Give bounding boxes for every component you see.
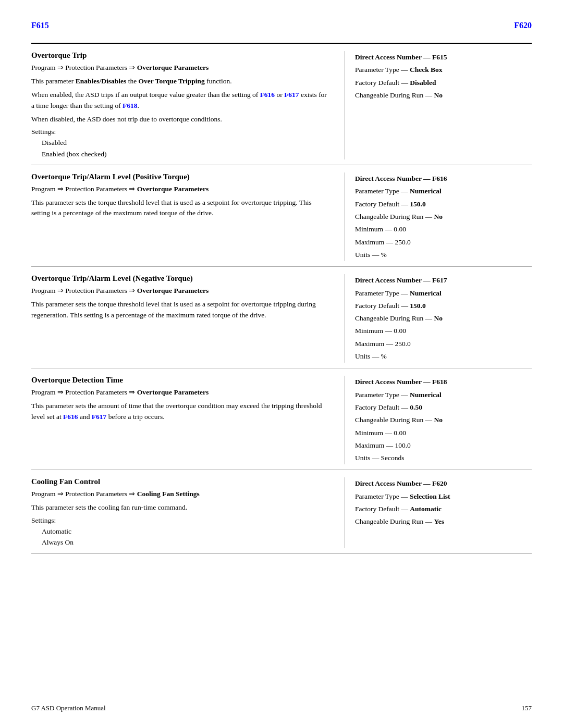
param-type-overtorque-detection-time: Parameter Type — Numerical [355, 389, 532, 401]
extra-overtorque-trip-positive-2: Units — % [355, 249, 532, 261]
section-title-overtorque-trip-positive: Overtorque Trip/Alarm Level (Positive To… [31, 172, 328, 181]
settings-item-cooling-fan-control-0: Automatic [42, 526, 328, 537]
param-type-overtorque-trip: Parameter Type — Check Box [355, 64, 532, 76]
section-path-overtorque-trip: Program ⇒ Protection Parameters ⇒ Overto… [31, 63, 328, 72]
changeable-overtorque-trip-negative: Changeable During Run — No [355, 312, 532, 325]
section-overtorque-trip: Overtorque TripProgram ⇒ Protection Para… [31, 44, 532, 165]
section-right-overtorque-trip-negative: Direct Access Number — F617Parameter Typ… [344, 274, 532, 363]
extra-overtorque-trip-positive-1: Maximum — 250.0 [355, 236, 532, 249]
direct-access-overtorque-detection-time: Direct Access Number — F618 [355, 376, 532, 388]
section-title-overtorque-trip-negative: Overtorque Trip/Alarm Level (Negative To… [31, 274, 328, 283]
factory-default-overtorque-trip-positive: Factory Default — 150.0 [355, 198, 532, 211]
section-path-overtorque-trip-positive: Program ⇒ Protection Parameters ⇒ Overto… [31, 184, 328, 193]
settings-item-cooling-fan-control-1: Always On [42, 537, 328, 548]
footer-right: 157 [522, 704, 532, 712]
section-right-cooling-fan-control: Direct Access Number — F620Parameter Typ… [344, 477, 532, 548]
section-left-overtorque-detection-time: Overtorque Detection TimeProgram ⇒ Prote… [31, 376, 344, 464]
changeable-overtorque-trip-positive: Changeable During Run — No [355, 211, 532, 223]
sections-container: Overtorque TripProgram ⇒ Protection Para… [31, 44, 532, 554]
body1-cooling-fan-control: This parameter sets the cooling fan run-… [31, 502, 328, 513]
extra-overtorque-trip-negative-1: Maximum — 250.0 [355, 338, 532, 350]
body3-overtorque-trip: When disabled, the ASD does not trip due… [31, 114, 328, 125]
section-left-overtorque-trip-negative: Overtorque Trip/Alarm Level (Negative To… [31, 274, 344, 363]
direct-access-cooling-fan-control: Direct Access Number — F620 [355, 477, 532, 490]
section-path-overtorque-trip-negative: Program ⇒ Protection Parameters ⇒ Overto… [31, 286, 328, 295]
extra-overtorque-trip-negative-0: Minimum — 0.00 [355, 325, 532, 337]
factory-default-cooling-fan-control: Factory Default — Automatic [355, 503, 532, 515]
header-right: F620 [514, 21, 532, 30]
body2-overtorque-trip: When enabled, the ASD trips if an output… [31, 90, 328, 111]
extra-overtorque-detection-time-1: Maximum — 100.0 [355, 439, 532, 452]
section-left-overtorque-trip: Overtorque TripProgram ⇒ Protection Para… [31, 51, 344, 159]
section-title-cooling-fan-control: Cooling Fan Control [31, 477, 328, 486]
section-overtorque-trip-positive: Overtorque Trip/Alarm Level (Positive To… [31, 165, 532, 267]
param-type-overtorque-trip-negative: Parameter Type — Numerical [355, 287, 532, 300]
section-path-overtorque-detection-time: Program ⇒ Protection Parameters ⇒ Overto… [31, 388, 328, 397]
section-right-overtorque-trip-positive: Direct Access Number — F616Parameter Typ… [344, 172, 532, 261]
extra-overtorque-trip-positive-0: Minimum — 0.00 [355, 223, 532, 236]
section-overtorque-trip-negative: Overtorque Trip/Alarm Level (Negative To… [31, 267, 532, 368]
header-left: F615 [31, 21, 49, 30]
extra-overtorque-detection-time-2: Units — Seconds [355, 452, 532, 464]
body1-overtorque-trip-positive: This parameter sets the torque threshold… [31, 198, 328, 219]
direct-access-overtorque-trip: Direct Access Number — F615 [355, 51, 532, 64]
factory-default-overtorque-detection-time: Factory Default — 0.50 [355, 401, 532, 414]
factory-default-overtorque-trip: Factory Default — Disabled [355, 77, 532, 89]
body1-overtorque-trip: This parameter Enables/Disables the Over… [31, 76, 328, 87]
param-type-overtorque-trip-positive: Parameter Type — Numerical [355, 185, 532, 198]
param-type-cooling-fan-control: Parameter Type — Selection List [355, 490, 532, 503]
extra-overtorque-trip-negative-2: Units — % [355, 350, 532, 363]
extra-overtorque-detection-time-0: Minimum — 0.00 [355, 427, 532, 439]
section-overtorque-detection-time: Overtorque Detection TimeProgram ⇒ Prote… [31, 368, 532, 470]
settings-label-overtorque-trip: Settings: [31, 128, 328, 136]
section-title-overtorque-trip: Overtorque Trip [31, 51, 328, 60]
changeable-overtorque-detection-time: Changeable During Run — No [355, 414, 532, 426]
direct-access-overtorque-trip-negative: Direct Access Number — F617 [355, 274, 532, 287]
body1-overtorque-detection-time: This parameter sets the amount of time t… [31, 401, 328, 422]
settings-label-cooling-fan-control: Settings: [31, 516, 328, 525]
footer: G7 ASD Operation Manual 157 [31, 704, 532, 712]
body1-overtorque-trip-negative: This parameter sets the torque threshold… [31, 299, 328, 320]
footer-left: G7 ASD Operation Manual [31, 704, 106, 712]
section-left-cooling-fan-control: Cooling Fan ControlProgram ⇒ Protection … [31, 477, 344, 548]
section-title-overtorque-detection-time: Overtorque Detection Time [31, 376, 328, 385]
section-right-overtorque-detection-time: Direct Access Number — F618Parameter Typ… [344, 376, 532, 464]
section-cooling-fan-control: Cooling Fan ControlProgram ⇒ Protection … [31, 470, 532, 553]
changeable-cooling-fan-control: Changeable During Run — Yes [355, 515, 532, 528]
changeable-overtorque-trip: Changeable During Run — No [355, 89, 532, 102]
section-left-overtorque-trip-positive: Overtorque Trip/Alarm Level (Positive To… [31, 172, 344, 261]
section-path-cooling-fan-control: Program ⇒ Protection Parameters ⇒ Coolin… [31, 489, 328, 498]
header: F615 F620 [31, 21, 532, 32]
settings-item-overtorque-trip-0: Disabled [42, 137, 328, 149]
section-right-overtorque-trip: Direct Access Number — F615Parameter Typ… [344, 51, 532, 159]
settings-item-overtorque-trip-1: Enabled (box checked) [42, 149, 328, 160]
page: F615 F620 Overtorque TripProgram ⇒ Prote… [0, 0, 563, 728]
factory-default-overtorque-trip-negative: Factory Default — 150.0 [355, 300, 532, 312]
direct-access-overtorque-trip-positive: Direct Access Number — F616 [355, 172, 532, 185]
